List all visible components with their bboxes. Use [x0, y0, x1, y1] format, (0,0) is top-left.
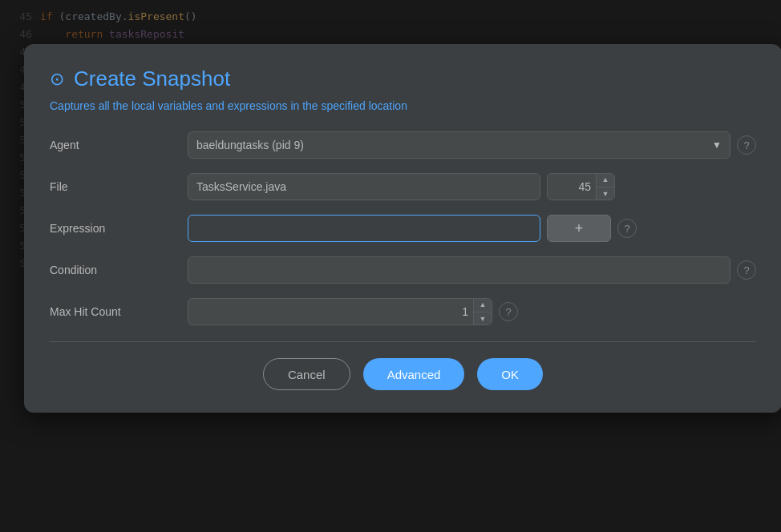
dialog-title: Create Snapshot	[74, 66, 230, 91]
max-hit-count-label: Max Hit Count	[50, 305, 178, 318]
agent-value: baeldungtasks (pid 9)	[196, 139, 304, 151]
advanced-button[interactable]: Advanced	[363, 358, 465, 390]
camera-icon: ⊙	[50, 69, 64, 90]
max-hit-count-control-area: 1 ▲ ▼ ?	[188, 298, 756, 325]
add-expression-button[interactable]: +	[547, 215, 611, 242]
file-row: File 45 ▲ ▼	[50, 173, 756, 200]
expression-row: Expression + ?	[50, 215, 756, 242]
condition-label: Condition	[50, 264, 178, 276]
dialog-header: ⊙ Create Snapshot	[50, 66, 756, 91]
expression-help-icon[interactable]: ?	[617, 219, 637, 238]
dropdown-arrow-icon: ▼	[712, 139, 722, 151]
create-snapshot-dialog: ⊙ Create Snapshot Captures all the local…	[24, 44, 781, 413]
agent-dropdown[interactable]: baeldungtasks (pid 9) ▼	[188, 131, 730, 159]
hit-count-spinner-buttons: ▲ ▼	[473, 298, 492, 325]
condition-row: Condition ?	[50, 256, 756, 284]
agent-control-area: baeldungtasks (pid 9) ▼ ?	[188, 131, 756, 159]
max-hit-count-help-icon[interactable]: ?	[499, 302, 518, 321]
button-row: Cancel Advanced OK	[50, 358, 756, 390]
cancel-button[interactable]: Cancel	[263, 358, 350, 390]
hit-count-spinner: 1 ▲ ▼	[188, 298, 492, 325]
condition-help-icon[interactable]: ?	[737, 260, 756, 280]
dialog-subtitle: Captures all the local variables and exp…	[50, 99, 756, 112]
condition-input[interactable]	[188, 256, 730, 284]
agent-label: Agent	[50, 139, 178, 151]
agent-help-icon[interactable]: ?	[737, 135, 756, 155]
hit-count-up-button[interactable]: ▲	[474, 298, 492, 312]
file-control-area: 45 ▲ ▼	[188, 173, 756, 200]
hit-count-value: 1	[188, 305, 473, 318]
ok-button[interactable]: OK	[477, 358, 543, 390]
file-input[interactable]	[188, 173, 540, 200]
hit-count-down-button[interactable]: ▼	[474, 312, 492, 326]
agent-row: Agent baeldungtasks (pid 9) ▼ ?	[50, 131, 756, 159]
line-number-spinner-buttons: ▲ ▼	[596, 173, 614, 200]
line-number-down-button[interactable]: ▼	[597, 187, 614, 201]
expression-label: Expression	[50, 222, 178, 235]
expression-control-area: + ?	[188, 215, 756, 242]
add-icon: +	[575, 220, 584, 237]
line-number-spinner: 45 ▲ ▼	[547, 173, 615, 200]
line-number-up-button[interactable]: ▲	[597, 173, 614, 187]
file-label: File	[50, 180, 178, 193]
line-number-value: 45	[548, 180, 596, 193]
max-hit-count-row: Max Hit Count 1 ▲ ▼ ?	[50, 298, 756, 325]
condition-control-area: ?	[188, 256, 756, 284]
dialog-divider	[50, 341, 756, 342]
expression-input[interactable]	[188, 215, 540, 242]
